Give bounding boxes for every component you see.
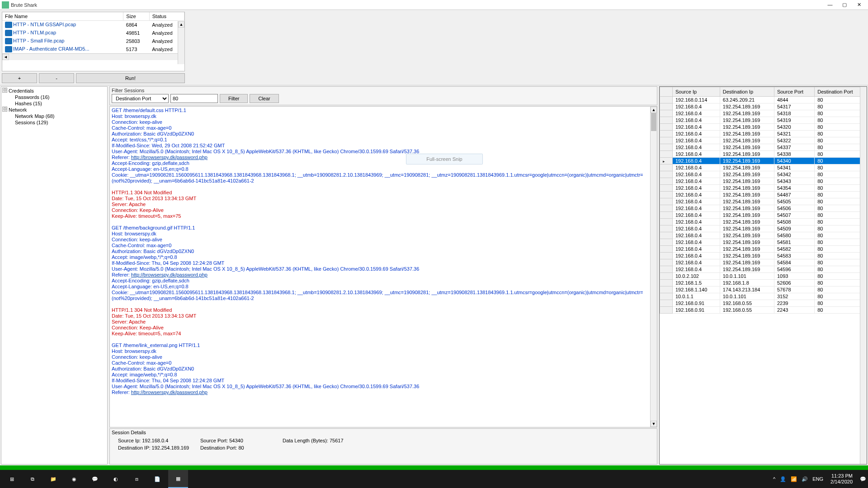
session-row[interactable]: 192.168.0.4192.254.189.1695458380 — [660, 253, 867, 259]
filter-button[interactable]: Filter — [220, 94, 248, 103]
http-line: GET /theme/default.css HTTP/1.1 — [112, 108, 655, 113]
run-button[interactable]: Run! — [76, 73, 185, 83]
session-row[interactable]: 192.168.0.4192.254.189.1695458180 — [660, 239, 867, 246]
add-file-button[interactable]: + — [2, 73, 37, 83]
filter-value-input[interactable] — [170, 94, 218, 103]
session-row[interactable]: 192.168.0.4192.254.189.1695450680 — [660, 205, 867, 212]
http-line: User-Agent: Mozilla/5.0 (Macintosh; Inte… — [112, 149, 655, 155]
session-row[interactable]: 10.0.2.10210.0.1.101109380 — [660, 273, 867, 280]
tree-node[interactable]: Credentials — [2, 88, 106, 94]
file-row[interactable]: HTTP - NTLM GSSAPI.pcap6864Analyzed — [2, 21, 184, 29]
file-col-header[interactable]: Size — [123, 12, 149, 21]
http-line: GET /theme/background.gif HTTP/1.1 — [112, 225, 655, 231]
tray-up-icon[interactable]: ^ — [773, 476, 775, 482]
session-row[interactable]: 192.168.0.4192.254.189.1695435480 — [660, 185, 867, 192]
wifi-icon[interactable]: 📶 — [791, 476, 797, 482]
session-row[interactable]: 192.168.0.91192.168.0.55224380 — [660, 307, 867, 314]
session-row[interactable]: 192.168.0.4192.254.189.1695450780 — [660, 212, 867, 219]
http-viewer[interactable]: GET /theme/default.css HTTP/1.1Host: bro… — [109, 106, 657, 427]
http-vscroll[interactable]: ▲▼ — [650, 107, 657, 427]
session-row[interactable]: 192.168.0.4192.254.189.1695431780 — [660, 103, 867, 110]
session-row[interactable]: 192.168.0.4192.254.189.1695433880 — [660, 151, 867, 158]
tree-leaf[interactable]: Sessions (129) — [2, 119, 106, 126]
session-row[interactable]: 192.168.0.4192.254.189.1695450980 — [660, 225, 867, 232]
session-row[interactable]: 192.168.0.4192.254.189.1695450580 — [660, 198, 867, 205]
file-col-header[interactable]: File Name — [2, 12, 123, 21]
session-row[interactable]: 192.168.0.4192.254.189.1695458080 — [660, 232, 867, 239]
session-row[interactable]: 192.168.0.4192.254.189.1695459680 — [660, 266, 867, 273]
file-col-header[interactable]: Status — [149, 12, 184, 21]
lang-indicator[interactable]: ENG — [812, 476, 823, 482]
http-line: Keep-Alive: timeout=5, max=75 — [112, 213, 655, 219]
app-icon-1[interactable]: ◐ — [106, 470, 126, 488]
tree-node[interactable]: Network — [2, 107, 106, 113]
file-vscroll[interactable]: ▲ — [178, 21, 184, 64]
file-table[interactable]: File NameSizeStatus HTTP - NTLM GSSAPI.p… — [2, 12, 184, 53]
maximize-button[interactable]: ▢ — [841, 2, 848, 8]
taskbar[interactable]: ⊞ ⧉ 📁 ◉ 💬 ◐ ⧈ 📄 ▦ ^ 👤 📶 🔊 ENG 11:23 PM2/… — [0, 470, 868, 488]
http-line: Referer: http://browserspy.dk/password.p… — [112, 155, 655, 160]
session-row[interactable]: 192.168.0.4192.254.189.1695432180 — [660, 131, 867, 137]
explorer-icon[interactable]: 📁 — [43, 470, 63, 488]
sessions-grid[interactable]: Source IpDestination IpSource PortDestin… — [659, 86, 867, 465]
start-button[interactable]: ⊞ — [2, 470, 22, 488]
http-line: Host: browserspy.dk — [112, 231, 655, 237]
tree-leaf[interactable]: Passwords (16) — [2, 94, 106, 100]
bruteshark-task-icon[interactable]: ▦ — [168, 470, 188, 488]
http-line: HTTP/1.1 304 Not Modified — [112, 307, 655, 313]
session-row[interactable]: 192.168.0.4192.254.189.1695433780 — [660, 144, 867, 151]
session-col-header[interactable]: Destination Ip — [720, 87, 774, 97]
http-line: Host: browserspy.dk — [112, 348, 655, 354]
tree-leaf[interactable]: Hashes (15) — [2, 100, 106, 107]
vs-icon[interactable]: ⧈ — [127, 470, 146, 488]
chrome-icon[interactable]: ◉ — [64, 470, 84, 488]
session-details-title: Session Details — [112, 430, 655, 435]
session-row[interactable]: 192.168.0.4192.254.189.1695431880 — [660, 110, 867, 117]
session-col-header[interactable]: Source Ip — [673, 87, 720, 97]
file-row[interactable]: HTTP - Small File.pcap25803Analyzed — [2, 37, 184, 45]
http-line: If-Modified-Since: Wed, 29 Oct 2008 21:5… — [112, 143, 655, 149]
file-row[interactable]: IMAP - Authenticate CRAM-MD5...5173Analy… — [2, 45, 184, 53]
http-line: Cache-Control: max-age=0 — [112, 125, 655, 131]
notepad-icon[interactable]: 📄 — [147, 470, 167, 488]
session-row[interactable]: 192.168.0.4192.254.189.1695434180 — [660, 164, 867, 171]
session-row[interactable]: 192.168.0.4192.254.189.1695432080 — [660, 124, 867, 131]
tray-people-icon[interactable]: 👤 — [780, 476, 786, 482]
session-row[interactable]: 192.168.0.4192.254.189.1695434280 — [660, 171, 867, 178]
minimize-button[interactable]: — — [826, 2, 834, 8]
session-row[interactable]: 192.168.0.91192.168.0.55223980 — [660, 300, 867, 307]
filter-field-select[interactable]: Destination Port — [112, 94, 169, 103]
session-row[interactable]: 192.168.0.4192.254.189.1695458480 — [660, 259, 867, 266]
session-row[interactable]: 192.168.1.140174.143.213.1845767880 — [660, 286, 867, 293]
session-col-header[interactable]: Source Port — [774, 87, 814, 97]
http-line: If-Modified-Since: Thu, 04 Sep 2008 12:2… — [112, 260, 655, 266]
session-row[interactable]: 192.168.1.5192.168.1.85260680 — [660, 280, 867, 286]
file-row[interactable]: HTTP - NTLM.pcap49851Analyzed — [2, 29, 184, 37]
clear-button[interactable]: Clear — [250, 94, 278, 103]
title-bar: Brute Shark — ▢ ✕ — [0, 0, 868, 10]
progress-bar — [0, 465, 868, 470]
session-row[interactable]: 192.168.0.4192.254.189.1695450880 — [660, 219, 867, 225]
session-row[interactable]: 10.0.1.110.0.1.101315280 — [660, 293, 867, 300]
session-row[interactable]: 192.168.0.4192.254.189.1695458280 — [660, 246, 867, 253]
close-button[interactable]: ✕ — [855, 2, 863, 8]
tree-leaf[interactable]: Network Map (68) — [2, 113, 106, 119]
sessions-vscroll[interactable] — [860, 87, 867, 464]
session-row[interactable]: 192.168.0.11463.245.209.21484480 — [660, 97, 867, 103]
http-line: If-Modified-Since: Thu, 04 Sep 2008 12:2… — [112, 378, 655, 384]
clock[interactable]: 11:23 PM2/14/2020 — [828, 473, 855, 485]
discord-icon[interactable]: 💬 — [85, 470, 105, 488]
session-col-header[interactable]: Destination Port — [815, 87, 867, 97]
session-row[interactable]: 192.168.0.4192.254.189.1695434380 — [660, 178, 867, 185]
task-view-icon[interactable]: ⧉ — [23, 470, 42, 488]
volume-icon[interactable]: 🔊 — [802, 476, 808, 482]
session-row[interactable]: 192.168.0.4192.254.189.1695448780 — [660, 192, 867, 198]
session-row[interactable]: 192.168.0.4192.254.189.1695434080 — [660, 158, 867, 164]
http-line: Connection: keep-alive — [112, 354, 655, 360]
remove-file-button[interactable]: - — [39, 73, 74, 83]
nav-tree[interactable]: CredentialsPasswords (16)Hashes (15)Netw… — [1, 86, 108, 465]
session-row[interactable]: 192.168.0.4192.254.189.1695432280 — [660, 137, 867, 144]
session-row[interactable]: 192.168.0.4192.254.189.1695431980 — [660, 117, 867, 124]
notifications-icon[interactable]: 💬 — [860, 476, 866, 482]
file-hscroll[interactable]: ◄► — [2, 53, 184, 60]
